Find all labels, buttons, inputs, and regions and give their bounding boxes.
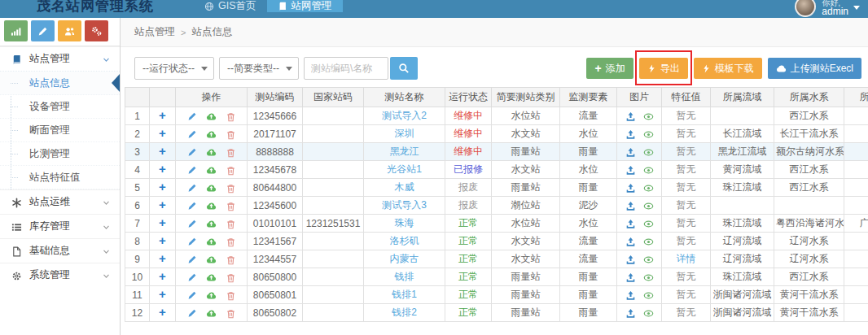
cloud-upload-icon[interactable] — [206, 237, 217, 247]
image-upload-icon[interactable] — [625, 129, 636, 140]
image-upload-icon[interactable] — [625, 147, 636, 158]
upload-station-excel-button[interactable]: 上传测站Execl — [768, 58, 861, 79]
feature-detail-link[interactable]: 详情 — [677, 253, 696, 264]
search-input[interactable] — [304, 57, 388, 80]
edit-icon[interactable] — [187, 165, 197, 175]
image-upload-icon[interactable] — [625, 183, 636, 194]
export-button[interactable]: 导出 — [639, 58, 688, 79]
image-view-icon[interactable] — [643, 272, 654, 283]
sidebar-subitem-0-0[interactable]: 站点信息 — [0, 72, 120, 95]
image-view-icon[interactable] — [643, 183, 654, 194]
delete-icon[interactable] — [226, 290, 236, 301]
sidebar-item-1[interactable]: 站点运维 — [0, 189, 120, 214]
breadcrumb-item-current[interactable]: 站点信息 — [191, 25, 232, 39]
delete-icon[interactable] — [226, 147, 236, 158]
sidebar-subitem-0-2[interactable]: 断面管理 — [0, 119, 120, 142]
cloud-upload-icon[interactable] — [206, 129, 217, 140]
image-upload-icon[interactable] — [625, 255, 636, 265]
station-name-link[interactable]: 钱排 — [395, 271, 414, 282]
image-view-icon[interactable] — [643, 165, 654, 176]
cloud-upload-icon[interactable] — [206, 219, 217, 229]
image-upload-icon[interactable] — [625, 237, 636, 247]
station-name-link[interactable]: 木威 — [395, 181, 414, 193]
delete-icon[interactable] — [226, 165, 236, 176]
edit-icon[interactable] — [187, 290, 197, 300]
station-name-link[interactable]: 钱排1 — [392, 289, 417, 300]
edit-icon[interactable] — [187, 147, 197, 157]
delete-icon[interactable] — [226, 308, 236, 319]
image-view-icon[interactable] — [643, 219, 654, 229]
cloud-upload-icon[interactable] — [206, 165, 217, 176]
search-button[interactable] — [390, 57, 418, 80]
edit-icon[interactable] — [187, 129, 197, 139]
image-upload-icon[interactable] — [625, 219, 636, 229]
station-name-link[interactable]: 钱排2 — [392, 307, 417, 318]
station-name-link[interactable]: 深圳 — [395, 128, 414, 139]
cloud-upload-icon[interactable] — [206, 183, 217, 194]
cloud-upload-icon[interactable] — [206, 308, 217, 319]
image-upload-icon[interactable] — [625, 308, 636, 319]
cloud-upload-icon[interactable] — [206, 201, 217, 211]
cloud-upload-icon[interactable] — [206, 272, 217, 283]
config-toolbar-button[interactable] — [85, 20, 108, 41]
users-toolbar-button[interactable] — [58, 20, 81, 41]
add-child-icon[interactable]: + — [159, 198, 166, 211]
image-upload-icon[interactable] — [625, 165, 636, 176]
sidebar-item-0[interactable]: 站点管理 — [0, 46, 120, 71]
station-name-link[interactable]: 光谷站1 — [387, 163, 422, 175]
edit-icon[interactable] — [187, 308, 197, 318]
image-upload-icon[interactable] — [625, 290, 636, 301]
image-view-icon[interactable] — [643, 201, 654, 211]
delete-icon[interactable] — [226, 183, 236, 194]
cloud-upload-icon[interactable] — [206, 290, 217, 301]
cloud-upload-icon[interactable] — [206, 111, 217, 122]
image-upload-icon[interactable] — [625, 201, 636, 211]
edit-icon[interactable] — [187, 237, 197, 246]
breadcrumb-item[interactable]: 站点管理 — [134, 25, 175, 39]
delete-icon[interactable] — [226, 129, 236, 140]
image-upload-icon[interactable] — [625, 111, 636, 122]
nav-station-network[interactable]: 站网管理 — [267, 0, 343, 12]
brief-type-select[interactable]: --简要类型-- — [219, 57, 299, 80]
image-view-icon[interactable] — [643, 237, 654, 247]
add-child-icon[interactable]: + — [159, 269, 166, 283]
image-view-icon[interactable] — [643, 290, 654, 301]
sidebar-item-4[interactable]: 系统管理 — [0, 263, 120, 287]
add-child-icon[interactable]: + — [159, 233, 166, 247]
image-view-icon[interactable] — [643, 129, 654, 140]
station-name-link[interactable]: 珠海 — [395, 217, 414, 228]
edit-icon[interactable] — [187, 201, 197, 211]
chart-toolbar-button[interactable] — [4, 20, 28, 41]
add-child-icon[interactable]: + — [159, 215, 166, 229]
edit-icon[interactable] — [187, 272, 197, 282]
edit-icon[interactable] — [187, 183, 197, 193]
image-view-icon[interactable] — [643, 255, 654, 265]
sidebar-subitem-0-1[interactable]: 设备管理 — [0, 95, 120, 119]
add-child-icon[interactable]: + — [159, 162, 166, 176]
cloud-upload-icon[interactable] — [206, 255, 217, 265]
add-child-icon[interactable]: + — [159, 180, 166, 194]
station-name-link[interactable]: 内蒙古 — [390, 253, 419, 264]
sidebar-subitem-0-4[interactable]: 站点特征值 — [0, 166, 120, 189]
sidebar-item-2[interactable]: 库存管理 — [0, 214, 120, 238]
sidebar-subitem-0-3[interactable]: 比测管理 — [0, 142, 120, 166]
add-child-icon[interactable]: + — [159, 144, 166, 158]
sidebar-item-3[interactable]: 基础信息 — [0, 238, 120, 263]
delete-icon[interactable] — [226, 255, 236, 265]
station-name-link[interactable]: 黑龙江 — [390, 146, 419, 157]
delete-icon[interactable] — [226, 237, 236, 247]
station-name-link[interactable]: 测试导入3 — [382, 199, 427, 211]
edit-icon[interactable] — [187, 219, 197, 228]
image-view-icon[interactable] — [643, 308, 654, 319]
station-name-link[interactable]: 测试导入2 — [382, 110, 427, 121]
add-child-icon[interactable]: + — [159, 108, 166, 122]
add-button[interactable]: + 添加 — [586, 58, 633, 79]
station-name-link[interactable]: 洛杉矶 — [390, 235, 419, 246]
add-child-icon[interactable]: + — [159, 287, 166, 301]
nav-gis-home[interactable]: GIS首页 — [194, 0, 267, 12]
image-upload-icon[interactable] — [625, 272, 636, 283]
edit-toolbar-button[interactable] — [31, 20, 55, 41]
image-view-icon[interactable] — [643, 147, 654, 158]
delete-icon[interactable] — [226, 219, 236, 229]
cloud-upload-icon[interactable] — [206, 147, 217, 158]
